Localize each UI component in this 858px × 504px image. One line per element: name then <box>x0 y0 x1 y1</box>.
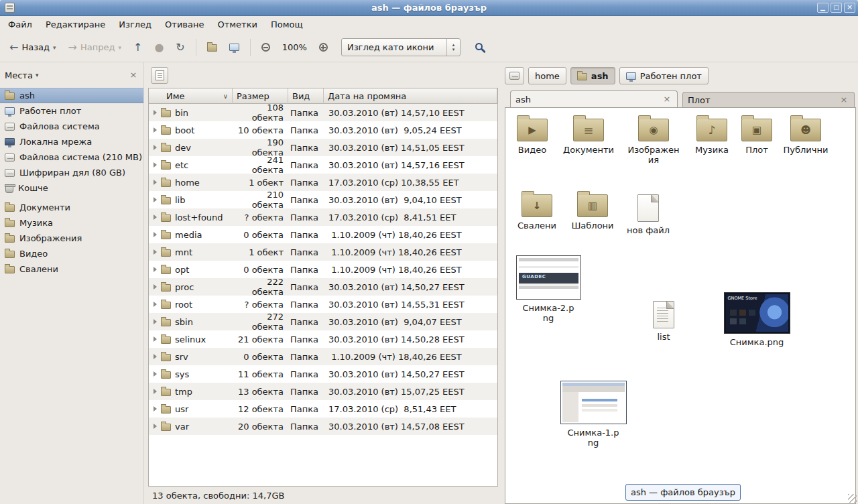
tab-ash[interactable]: ash × <box>510 90 678 107</box>
sidebar-place-item[interactable]: Файлова система (210 MB) <box>0 149 143 165</box>
pathbar-root-button[interactable] <box>505 67 524 84</box>
expander-icon[interactable] <box>154 267 157 272</box>
zoom-in-button[interactable] <box>314 39 333 56</box>
table-row[interactable]: srv 0 обекта Папка 1.10.2009 (чт) 18,40,… <box>149 348 497 365</box>
expander-icon[interactable] <box>154 232 157 237</box>
home-button[interactable] <box>202 39 223 56</box>
table-row[interactable]: tmp 13 обекта Папка 30.03.2010 (вт) 15,0… <box>149 383 497 400</box>
menu-item[interactable]: Помощ <box>264 17 310 32</box>
table-row[interactable]: mnt 1 обект Папка 1.10.2009 (чт) 18,40,2… <box>149 243 497 261</box>
search-button[interactable] <box>470 38 491 58</box>
table-row[interactable]: root ? обекта Папка 30.03.2010 (вт) 14,5… <box>149 296 497 313</box>
pathbar-button[interactable]: home <box>528 67 566 84</box>
close-icon[interactable]: × <box>844 3 855 13</box>
menu-item[interactable]: Отметки <box>210 17 263 32</box>
menu-item[interactable]: Изглед <box>112 17 158 32</box>
expander-icon[interactable] <box>154 284 157 290</box>
sidebar-bookmark-item[interactable]: Документи <box>0 200 143 215</box>
sidebar-place-item[interactable]: ash <box>0 88 143 103</box>
sidebar-bookmark-item[interactable]: Видео <box>0 246 143 261</box>
expander-icon[interactable] <box>154 145 157 150</box>
table-row[interactable]: boot 10 обекта Папка 30.03.2010 (вт) 9,0… <box>149 121 497 139</box>
expander-icon[interactable] <box>154 110 157 115</box>
icon-view-item[interactable]: Свалени <box>508 190 566 231</box>
table-row[interactable]: usr 12 обекта Папка 17.03.2010 (ср) 8,51… <box>149 400 497 418</box>
zoom-out-button[interactable] <box>256 39 275 56</box>
icon-view-item[interactable]: Видео <box>505 114 561 155</box>
menu-item[interactable]: Отиване <box>158 17 210 32</box>
notes-button[interactable] <box>151 67 168 84</box>
table-row[interactable]: lib 210 обекта Папка 30.03.2010 (вт) 9,0… <box>149 191 497 208</box>
sidebar-close-icon[interactable]: × <box>128 70 139 80</box>
titlebar[interactable]: ash — файлов браузър ▁ □ × <box>0 0 858 16</box>
table-row[interactable]: sbin 272 обекта Папка 30.03.2010 (вт) 9,… <box>149 313 497 330</box>
minimize-icon[interactable]: ▁ <box>817 3 829 13</box>
sidebar-title[interactable]: Места <box>5 70 33 80</box>
stop-button[interactable]: ● <box>149 39 169 56</box>
column-header-type[interactable]: Вид <box>288 88 324 104</box>
icon-view-item[interactable]: GNOME Store Снимка.png <box>728 292 786 347</box>
expander-icon[interactable] <box>154 354 157 359</box>
tab-close-icon[interactable]: × <box>662 94 672 105</box>
table-row[interactable]: sys 11 обекта Папка 30.03.2010 (вт) 14,5… <box>149 365 497 383</box>
icon-view-item[interactable]: list <box>635 299 692 342</box>
column-header-modified[interactable]: Дата на промяна <box>324 88 497 104</box>
expander-icon[interactable] <box>154 336 157 342</box>
table-row[interactable]: var 20 обекта Папка 30.03.2010 (вт) 14,5… <box>149 418 497 435</box>
icon-view-item[interactable]: Снимка-1.png <box>564 381 622 448</box>
expander-icon[interactable] <box>154 180 157 185</box>
sidebar-dropdown-icon[interactable]: ▾ <box>36 72 39 78</box>
table-row[interactable]: media 0 обекта Папка 1.10.2009 (чт) 18,4… <box>149 226 497 243</box>
icon-view-item[interactable]: GUADEC Снимка-2.png <box>519 255 577 323</box>
sidebar-place-item[interactable]: Кошче <box>0 180 143 196</box>
icon-view-item[interactable]: Шаблони <box>564 190 621 231</box>
sidebar-bookmark-item[interactable]: Свалени <box>0 261 143 277</box>
sidebar-bookmark-item[interactable]: Музика <box>0 215 143 231</box>
icon-view[interactable]: Видео Документи Изображения <box>505 107 856 504</box>
icon-view-item[interactable]: нов файл <box>619 192 677 235</box>
taskbar-hint[interactable]: ash — файлов браузър <box>625 484 741 501</box>
pathbar-button[interactable]: ash <box>570 67 615 84</box>
sidebar-place-item[interactable]: Шифриран дял (80 GB) <box>0 165 143 180</box>
view-mode-select[interactable]: Изглед като икони ▴ ▾ <box>341 38 461 56</box>
icon-view-item[interactable]: Изображения <box>625 114 682 165</box>
reload-button[interactable]: ↻ <box>170 39 190 56</box>
expander-icon[interactable] <box>154 319 157 324</box>
expander-icon[interactable] <box>154 371 157 377</box>
maximize-icon[interactable]: □ <box>831 3 842 13</box>
expander-icon[interactable] <box>154 389 157 394</box>
computer-button[interactable] <box>224 40 245 55</box>
expander-icon[interactable] <box>154 424 157 429</box>
icon-view-item[interactable]: Публични <box>777 114 835 155</box>
tab-plot[interactable]: Плот × <box>682 92 855 107</box>
table-row[interactable]: lost+found ? обекта Папка 17.03.2010 (ср… <box>149 208 497 226</box>
sidebar-place-item[interactable]: Локална мрежа <box>0 134 143 149</box>
up-button[interactable]: ↑ <box>128 39 147 56</box>
menu-item[interactable]: Файл <box>1 17 39 32</box>
table-row[interactable]: opt 0 обекта Папка 1.10.2009 (чт) 18,40,… <box>149 261 497 278</box>
expander-icon[interactable] <box>154 197 157 202</box>
table-row[interactable]: home 1 обект Папка 17.03.2010 (ср) 10,38… <box>149 174 497 191</box>
expander-icon[interactable] <box>154 249 157 255</box>
sidebar-place-item[interactable]: Работен плот <box>0 103 143 119</box>
column-header-name[interactable]: Име ∨ <box>149 88 233 104</box>
back-dropdown-icon[interactable]: ▾ <box>53 44 56 51</box>
expander-icon[interactable] <box>154 127 157 133</box>
back-button[interactable]: ← Назад ▾ <box>4 38 62 56</box>
table-row[interactable]: dev 190 обекта Папка 30.03.2010 (вт) 14,… <box>149 139 497 156</box>
table-row[interactable]: proc 222 обекта Папка 30.03.2010 (вт) 14… <box>149 278 497 296</box>
table-row[interactable]: selinux 21 обекта Папка 30.03.2010 (вт) … <box>149 330 497 348</box>
icon-view-item[interactable]: Документи <box>560 114 617 155</box>
column-header-size[interactable]: Размер <box>233 88 288 104</box>
spinner-icon[interactable]: ▴ ▾ <box>446 39 460 56</box>
forward-button[interactable]: → Напред ▾ <box>63 38 127 56</box>
expander-icon[interactable] <box>154 214 157 220</box>
expander-icon[interactable] <box>154 162 157 168</box>
sidebar-place-item[interactable]: Файлова система <box>0 119 143 134</box>
expander-icon[interactable] <box>154 302 157 307</box>
table-row[interactable]: etc 241 обекта Папка 30.03.2010 (вт) 14,… <box>149 156 497 174</box>
expander-icon[interactable] <box>154 406 157 412</box>
tab-close-icon[interactable]: × <box>839 94 849 105</box>
menu-item[interactable]: Редактиране <box>39 17 112 32</box>
resize-grip-icon[interactable] <box>848 494 857 503</box>
